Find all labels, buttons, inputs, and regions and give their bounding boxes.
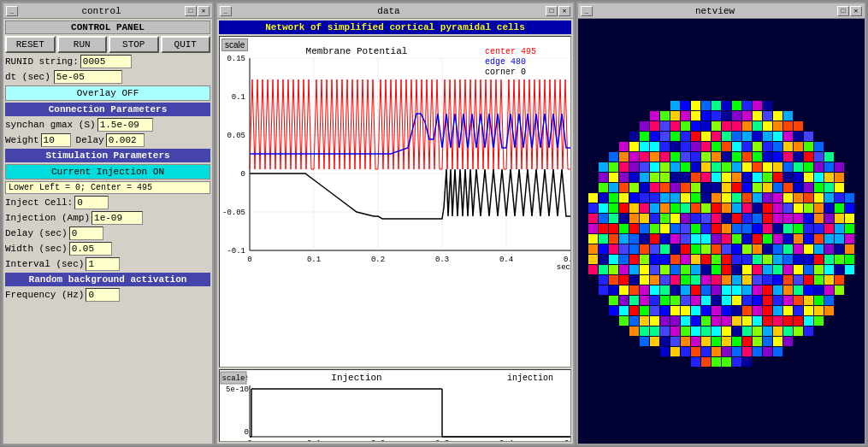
data-window: _ data □ ✕ Network of simplified cortica… [216,2,575,445]
weight-input[interactable] [41,133,71,147]
svg-text:0.4: 0.4 [499,439,513,441]
width-sec-row: Width (sec) [5,242,210,256]
injection-chart: scale scale Injection injection 5e-10 0 [219,369,571,442]
lower-left-text: Lower Left = 0; Center = 495 [5,181,210,194]
network-header: Network of simplified cortical pyramidal… [219,21,571,34]
corner-legend: corner 0 [485,68,526,77]
svg-text:0.4: 0.4 [499,256,513,264]
synchan-input[interactable] [97,118,153,132]
netview-canvas [578,19,865,444]
control-titlebar: _ control □ ✕ [3,3,212,19]
delay-sec-row: Delay (sec) [5,226,210,240]
runid-input[interactable] [80,55,132,68]
weight-delay-row: Weight Delay [5,133,210,147]
injection-y-label: 5e-10 [226,385,249,394]
svg-text:0.2: 0.2 [371,439,385,441]
membrane-potential-svg: V Membrane Potential center 495 edge 480… [220,37,570,367]
center-legend: center 495 [485,47,536,56]
inject-cell-row: Inject Cell: [5,196,210,209]
quit-button[interactable]: QUIT [161,36,211,53]
dt-input[interactable] [54,70,122,84]
netview-window: _ netview □ ✕ [576,2,866,445]
delay-sec-label: Delay (sec) [5,228,68,238]
injection-label: injection [507,373,553,383]
weight-label: Weight [5,135,39,145]
svg-text:scale: scale [221,374,245,383]
svg-text:sec0.5: sec0.5 [551,439,570,441]
corner-line [250,169,570,219]
svg-text:0: 0 [241,170,245,179]
data-minimize-btn[interactable]: _ [220,6,232,16]
main-buttons-row: RESET RUN STOP QUIT [5,36,210,53]
data-restore-btn[interactable]: □ [546,6,558,16]
panel-title: CONTROL PANEL [5,21,210,34]
run-button[interactable]: RUN [57,36,108,53]
edge-legend: edge 480 [485,57,526,67]
svg-text:0.2: 0.2 [371,256,385,264]
synchan-row: synchan gmax (S) [5,118,210,132]
svg-text:0: 0 [247,439,251,441]
runid-label: RUNID string: [5,56,79,67]
data-titlebar: _ data □ ✕ [217,3,573,19]
svg-text:-0.1: -0.1 [227,247,245,256]
delay-input[interactable] [106,133,145,147]
netview-title: netview [593,6,837,16]
chart-title: Membrane Potential [306,46,408,56]
center-line [250,79,570,169]
frequency-row: Frequency (Hz) [5,288,210,302]
frequency-label: Frequency (Hz) [5,290,84,300]
reset-button[interactable]: RESET [5,36,56,53]
netview-window-controls: □ ✕ [837,6,862,16]
interval-sec-input[interactable] [86,257,120,271]
dt-row: dt (sec) [5,70,210,84]
injection-amp-row: Injection (Amp) [5,211,210,225]
stop-button[interactable]: STOP [109,36,159,53]
inject-cell-label: Inject Cell: [5,197,73,208]
injection-amp-label: Injection (Amp) [5,213,90,223]
data-content: Network of simplified cortical pyramidal… [217,19,573,444]
width-sec-input[interactable] [69,242,112,256]
inject-cell-input[interactable] [74,196,109,209]
svg-text:0.1: 0.1 [307,439,321,441]
scale-button[interactable]: scale [221,38,248,51]
svg-text:-0.05: -0.05 [222,209,245,217]
control-minimize-btn[interactable]: _ [6,6,18,16]
random-bg-header: Random background activation [5,273,210,286]
svg-text:0.1: 0.1 [307,256,321,264]
control-content: CONTROL PANEL RESET RUN STOP QUIT RUNID … [3,19,212,444]
control-restore-btn[interactable]: □ [185,6,197,16]
injection-title: Injection [331,373,381,383]
svg-text:0.05: 0.05 [227,132,245,140]
svg-text:0.1: 0.1 [232,93,245,102]
control-window-controls: □ ✕ [185,6,210,16]
overlay-button[interactable]: Overlay OFF [5,85,210,101]
netview-restore-btn[interactable]: □ [837,6,849,16]
injection-y-zero: 0 [245,428,249,437]
data-window-controls: □ ✕ [546,6,570,16]
membrane-potential-chart: scale V Membrane Potential center 495 ed… [219,36,571,368]
delay-label: Delay [76,135,104,145]
svg-text:sec: sec [557,263,570,272]
current-injection-button[interactable]: Current Injection ON [5,164,210,179]
netview-close-btn[interactable]: ✕ [850,6,862,16]
svg-text:0: 0 [247,256,251,264]
dt-label: dt (sec) [5,72,50,82]
runid-row: RUNID string: [5,55,210,68]
data-close-btn[interactable]: ✕ [558,6,570,16]
interval-sec-label: Interval (sec) [5,259,84,269]
svg-text:0.3: 0.3 [435,256,449,264]
delay-sec-input[interactable] [69,226,103,240]
stim-header: Stimulation Parameters [5,149,210,162]
synchan-label: synchan gmax (S) [5,120,96,130]
control-close-btn[interactable]: ✕ [198,6,210,16]
interval-sec-row: Interval (sec) [5,257,210,271]
netview-minimize-btn[interactable]: _ [581,6,593,16]
width-sec-label: Width (sec) [5,244,68,254]
svg-text:0.3: 0.3 [435,439,449,441]
injection-amp-input[interactable] [92,211,143,225]
frequency-input[interactable] [86,288,120,302]
control-window: _ control □ ✕ CONTROL PANEL RESET RUN ST… [2,2,214,445]
netview-pixel-canvas [578,19,865,444]
data-title: data [232,6,546,16]
control-title: control [18,6,185,16]
